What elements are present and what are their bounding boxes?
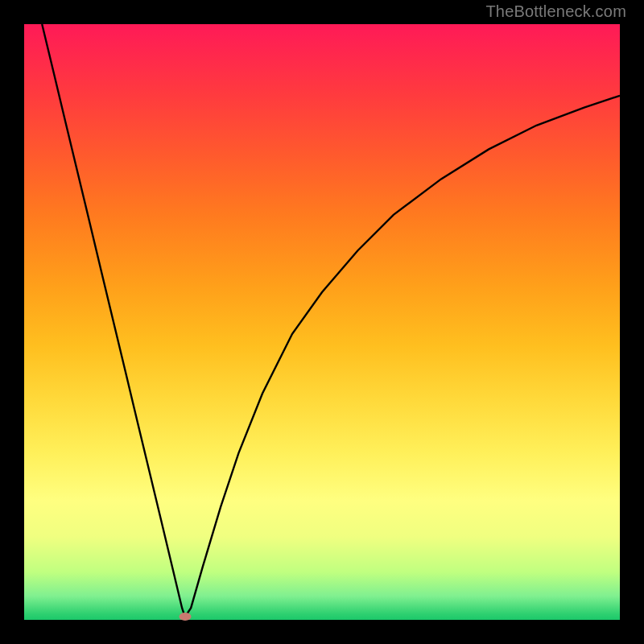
watermark-text: TheBottleneck.com [485, 2, 626, 21]
curve-left [42, 24, 185, 617]
plot-area [24, 24, 620, 620]
curve-right [185, 96, 620, 617]
chart-frame: TheBottleneck.com [0, 0, 644, 644]
curve-svg [24, 24, 620, 620]
minimum-marker [179, 613, 191, 621]
